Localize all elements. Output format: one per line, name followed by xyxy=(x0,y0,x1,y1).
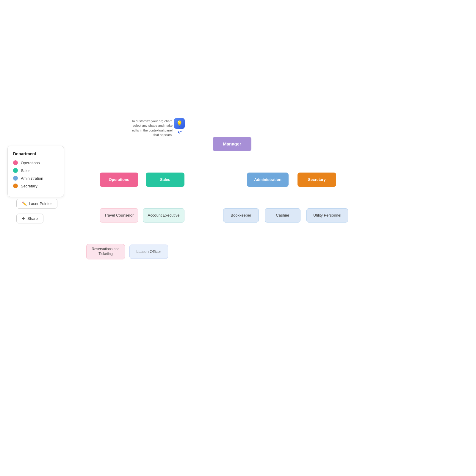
share-icon: ✈ xyxy=(22,216,25,221)
legend-label-administration: Aministration xyxy=(21,176,43,181)
share-label: Share xyxy=(27,216,38,221)
administration-dot xyxy=(13,176,18,181)
share-button[interactable]: ✈ Share xyxy=(16,214,43,223)
legend-item-administration: Aministration xyxy=(13,176,57,181)
reservations-ticketing-node[interactable]: Reservations and Ticketing xyxy=(86,244,125,259)
liaison-officer-node[interactable]: Liaison Officer xyxy=(129,245,168,259)
sales-dot xyxy=(13,168,18,173)
bookkeeper-node[interactable]: Bookkeeper xyxy=(223,208,259,223)
legend-title: Department xyxy=(13,151,57,156)
laser-pointer-label: Laser Pointer xyxy=(29,201,52,206)
account-executive-node[interactable]: Account Executive xyxy=(143,208,184,223)
administration-node[interactable]: Administration xyxy=(247,173,289,187)
legend-item-secretary: Secretary xyxy=(13,184,57,188)
legend-panel: Department Operations Sales Aministratio… xyxy=(7,146,64,197)
manager-node[interactable]: Manager xyxy=(213,137,251,151)
laser-icon: ✏️ xyxy=(22,201,27,206)
legend-label-sales: Sales xyxy=(21,168,31,173)
operations-node[interactable]: Operations xyxy=(100,173,138,187)
legend-item-operations: Operations xyxy=(13,160,57,165)
legend-label-secretary: Secretary xyxy=(21,184,37,188)
utility-personnel-node[interactable]: Utility Personnel xyxy=(306,208,348,223)
travel-counselor-node[interactable]: Travel Counselor xyxy=(100,208,138,223)
sales-node[interactable]: Sales xyxy=(146,173,184,187)
tooltip-text: To customize your org chart, select any … xyxy=(131,119,173,137)
secretary-node[interactable]: Secretary xyxy=(298,173,336,187)
cashier-node[interactable]: Cashier xyxy=(265,208,300,223)
legend-label-operations: Operations xyxy=(21,161,40,165)
operations-dot xyxy=(13,160,18,165)
secretary-dot xyxy=(13,184,18,188)
legend-item-sales: Sales xyxy=(13,168,57,173)
laser-pointer-button[interactable]: ✏️ Laser Pointer xyxy=(16,199,57,209)
